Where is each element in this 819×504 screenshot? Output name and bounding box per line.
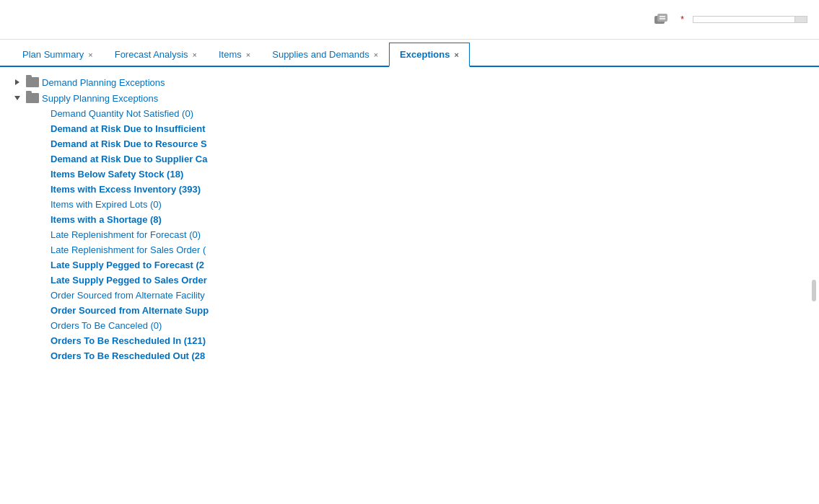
app-header: * [0,0,819,40]
tree-item-label: Demand at Risk Due to Supplier Ca [51,154,207,164]
tab-exceptions[interactable]: Exceptions× [389,43,470,67]
tree-item-label: Orders To Be Rescheduled In (121) [51,335,206,346]
tree-folder-demand-planning[interactable]: Demand Planning Exceptions [0,74,819,90]
tree-item-demand-risk-insufficient[interactable]: Demand at Risk Due to Insufficient [0,121,819,136]
tree-item-label: Order Sourced from Alternate Facility [51,290,205,301]
tree-item-items-shortage[interactable]: Items with a Shortage (8) [0,212,819,227]
tab-items[interactable]: Items× [208,43,261,66]
content-area: Demand Planning ExceptionsSupply Plannin… [0,67,819,501]
tree-item-late-supply-forecast[interactable]: Late Supply Pegged to Forecast (2 [0,257,819,273]
tree-item-label: Demand at Risk Due to Insufficient [51,123,206,134]
tree-item-label: Late Supply Pegged to Forecast (2 [51,260,204,270]
tab-close-icon[interactable]: × [193,50,197,59]
tree-item-items-excess[interactable]: Items with Excess Inventory (393) [0,182,819,197]
page-layout-value [693,17,794,22]
tree-item-items-below-safety[interactable]: Items Below Safety Stock (18) [0,167,819,182]
tree-item-orders-canceled[interactable]: Orders To Be Canceled (0) [0,318,819,333]
svg-marker-4 [15,79,19,85]
tree-item-order-alt-supp[interactable]: Order Sourced from Alternate Supp [0,303,819,318]
collapse-icon[interactable] [12,92,23,104]
tree-item-orders-rescheduled-in[interactable]: Orders To Be Rescheduled In (121) [0,333,819,348]
header-right: * [654,14,807,25]
tabs-bar: Plan Summary×Forecast Analysis×Items×Sup… [0,43,819,67]
exceptions-tree: Demand Planning ExceptionsSupply Plannin… [0,74,819,363]
asterisk: * [680,14,684,25]
tree-item-label: Items Below Safety Stock (18) [51,169,183,180]
tree-item-late-replen-sales[interactable]: Late Replenishment for Sales Order ( [0,242,819,257]
tab-label: Items [219,49,242,60]
tree-item-label: Orders To Be Canceled (0) [51,320,162,331]
dropdown-arrow-icon[interactable] [794,17,807,22]
tree-item-label: Order Sourced from Alternate Supp [51,305,209,316]
tree-item-demand-risk-supplier[interactable]: Demand at Risk Due to Supplier Ca [0,151,819,167]
tree-item-orders-rescheduled-out[interactable]: Orders To Be Rescheduled Out (28 [0,348,819,363]
tree-section-label: Demand Planning Exceptions [42,77,165,88]
social-icon [654,14,669,25]
folder-icon [26,93,39,103]
tree-section-label: Supply Planning Exceptions [42,93,158,104]
tab-label: Forecast Analysis [115,49,188,60]
expand-icon[interactable] [12,76,23,88]
tree-item-label: Late Replenishment for Forecast (0) [51,229,201,240]
social-button[interactable] [654,14,672,25]
tab-close-icon[interactable]: × [88,50,92,59]
tree-item-order-alt-facility[interactable]: Order Sourced from Alternate Facility [0,288,819,303]
tab-label: Plan Summary [22,49,84,60]
tree-item-label: Orders To Be Rescheduled Out (28 [51,350,205,361]
tree-item-label: Late Replenishment for Sales Order ( [51,244,206,255]
page-layout-select[interactable] [693,16,807,23]
tree-item-label: Items with Expired Lots (0) [51,199,162,210]
tree-item-items-expired[interactable]: Items with Expired Lots (0) [0,197,819,212]
page-layout-label: * [680,14,684,25]
resize-handle[interactable] [812,280,816,301]
tab-close-icon[interactable]: × [246,50,250,59]
tree-item-label: Items with a Shortage (8) [51,214,162,225]
tab-close-icon[interactable]: × [374,50,378,59]
svg-rect-1 [657,14,667,22]
tree-item-late-supply-sales[interactable]: Late Supply Pegged to Sales Order [0,273,819,288]
tree-item-label: Items with Excess Inventory (393) [51,184,201,195]
tree-item-late-replen-forecast[interactable]: Late Replenishment for Forecast (0) [0,227,819,242]
tab-supplies-and-demands[interactable]: Supplies and Demands× [261,43,389,66]
tree-item-demand-qty[interactable]: Demand Quantity Not Satisfied (0) [0,106,819,121]
tab-label: Exceptions [400,49,450,60]
tree-item-label: Demand at Risk Due to Resource S [51,138,207,149]
folder-icon [26,77,39,87]
tab-plan-summary[interactable]: Plan Summary× [12,43,104,66]
tab-forecast-analysis[interactable]: Forecast Analysis× [104,43,208,66]
tree-item-label: Demand Quantity Not Satisfied (0) [51,108,193,119]
tree-item-label: Late Supply Pegged to Sales Order [51,275,207,286]
tab-close-icon[interactable]: × [454,50,458,59]
tab-label: Supplies and Demands [272,49,369,60]
tree-folder-supply-planning[interactable]: Supply Planning Exceptions [0,90,819,106]
tree-item-demand-risk-resource[interactable]: Demand at Risk Due to Resource S [0,136,819,151]
svg-marker-5 [14,96,20,100]
